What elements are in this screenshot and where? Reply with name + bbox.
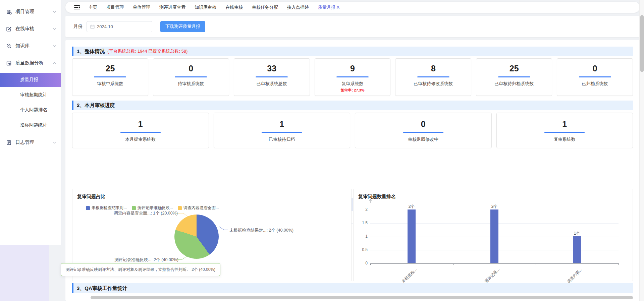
pie-legend: 未根据检查结果对... 测评记录准确反映... 调查内容是否全面... <box>86 205 219 211</box>
sidebar-item-label: 日志管理 <box>15 139 53 145</box>
search-book-icon <box>6 43 12 49</box>
y-tick: 2 <box>354 207 368 212</box>
bar-value-label: 1个 <box>567 231 587 236</box>
section-title: 1、整体情况 <box>77 48 105 55</box>
stat-card-month-re-review: 1 复审系统数 <box>496 113 633 148</box>
tab-progress-view[interactable]: 测评进度查看 <box>159 4 185 10</box>
sidebar-submenu-quality-data: 质量月报 审核超期统计 个人问题排名 指标问题统计 <box>0 73 61 132</box>
section-title: 2、本月审核进度 <box>77 102 115 109</box>
section-header-monthly: 2、本月审核进度 <box>72 101 633 110</box>
section-subtitle: (平台系统总数: 1944 已提交系统总数: 58) <box>107 48 187 54</box>
tab-task-assignment[interactable]: 审核任务分配 <box>252 4 278 10</box>
sidebar-bottom-decoration <box>0 245 49 301</box>
sidebar-subitem-quality-monthly-report[interactable]: 质量月报 <box>0 73 61 87</box>
section-header-overall: 1、整体情况 (平台系统总数: 1944 已提交系统总数: 58) <box>72 47 633 56</box>
legend-swatch <box>86 206 90 210</box>
sidebar-item-quality-data-analysis[interactable]: 质量数据分析 <box>0 57 61 69</box>
y-tick: 1.5 <box>354 221 368 225</box>
sidebar-item-label: 项目管理 <box>15 9 53 15</box>
sidebar: 项目管理 在线审核 知识库 质量数据分析 质量月报 审核超期统计 <box>0 0 61 245</box>
bar <box>490 209 498 263</box>
y-tick: 0 <box>354 261 368 265</box>
tab-unit-management[interactable]: 单位管理 <box>133 4 150 10</box>
y-tick: 0.5 <box>354 247 368 252</box>
collapse-menu-icon[interactable] <box>74 5 80 9</box>
y-tick: 1 <box>354 234 368 239</box>
x-category-label: 调查内容... <box>566 267 584 285</box>
log-book-icon <box>6 139 12 145</box>
legend-item[interactable]: 测评记录准确反映... <box>132 205 173 211</box>
x-axis-tick <box>536 263 536 265</box>
x-axis-tick <box>619 263 619 265</box>
chevron-down-icon <box>53 11 56 13</box>
tab-home[interactable]: 主页 <box>89 4 97 10</box>
legend-item[interactable]: 调查内容是否全面... <box>178 205 219 211</box>
sidebar-item-label: 质量数据分析 <box>15 60 53 66</box>
tab-project-management[interactable]: 项目管理 <box>106 4 124 10</box>
stat-card-reviewing: 25 审核中系统数 <box>72 58 148 96</box>
month-picker-input[interactable]: 2024-10 <box>87 21 152 32</box>
download-report-button[interactable]: 下载测评质量月报 <box>160 21 205 32</box>
bar <box>408 209 416 263</box>
sidebar-item-knowledge-base[interactable]: 知识库 <box>0 40 61 52</box>
chevron-down-icon <box>53 45 56 47</box>
sidebar-item-log-management[interactable]: 日志管理 <box>0 137 61 148</box>
sidebar-item-label: 在线审核 <box>15 26 53 32</box>
sidebar-item-project-management[interactable]: 项目管理 <box>0 6 61 17</box>
stat-card-month-to-archive: 1 已审核待归档 <box>214 113 351 148</box>
filter-bar: 月份 2024-10 下载测评质量月报 <box>65 16 640 37</box>
stat-card-month-submitted: 1 本月提审系统数 <box>72 113 209 148</box>
x-axis-tick <box>370 263 371 265</box>
pie-chart <box>174 215 219 259</box>
stat-card-re-review: 9 复审系统数 复审率: 27.3% <box>315 58 391 96</box>
sidebar-subitem-overdue-stats[interactable]: 审核超期统计 <box>0 88 61 102</box>
sidebar-item-label: 知识库 <box>15 43 53 49</box>
x-category-label: 测评记录... <box>483 267 501 285</box>
x-axis-line <box>370 263 619 264</box>
stat-card-to-archive: 25 已审核待归档系统数 <box>476 58 552 96</box>
bank-icon <box>6 9 12 15</box>
tab-access-point[interactable]: 接入点描述 <box>287 4 309 10</box>
calendar-icon <box>90 24 95 29</box>
pie-tooltip: 测评记录准确反映测评方法、测评对象及测评结果，支持符合性判断。 2个 (40.0… <box>61 263 220 276</box>
tab-online-review[interactable]: 在线审核 <box>225 4 243 10</box>
month-label: 月份 <box>73 23 83 29</box>
bar-chart-panel: 复审问题数量排名 2 1.5 1 0.5 0 2个 2个 1个 未根据检... <box>353 189 633 281</box>
screen: 项目管理 在线审核 知识库 质量数据分析 质量月报 审核超期统计 <box>0 0 644 301</box>
report-panel: 1、整体情况 (平台系统总数: 1944 已提交系统总数: 58) 25 审核中… <box>65 40 640 301</box>
sidebar-item-online-review[interactable]: 在线审核 <box>0 23 61 35</box>
stat-card-pending: 0 待审核系统数 <box>153 58 229 96</box>
pie-chart-title: 复审问题占比 <box>77 194 105 200</box>
stat-card-reviewed-total: 33 已审核系统总数 <box>234 58 310 96</box>
pie-label-slice-yellow: 调查内容是否全面...: 1个 (20.00%) <box>114 210 174 216</box>
tab-knowledge-review[interactable]: 知识库审核 <box>195 4 216 10</box>
stat-card-month-returned: 0 审核退回修改中 <box>355 113 492 148</box>
bar <box>573 236 581 263</box>
chevron-up-icon <box>53 62 56 64</box>
x-axis-tick <box>453 263 453 265</box>
bar-chart-title: 复审问题数量排名 <box>358 194 396 200</box>
overall-stat-cards: 25 审核中系统数 0 待审核系统数 33 已审核系统总数 9 复审系统数 复审… <box>72 58 633 96</box>
monthly-stat-cards: 1 本月提审系统数 1 已审核待归档 0 审核退回修改中 1 复审系统数 <box>72 113 633 148</box>
horizontal-scrollbar-thumb[interactable] <box>91 296 633 299</box>
chevron-down-icon <box>53 141 56 144</box>
month-value: 2024-10 <box>97 24 113 29</box>
sidebar-subitem-personal-issue-ranking[interactable]: 个人问题排名 <box>0 103 61 117</box>
x-category-label: 未根据检... <box>400 267 418 285</box>
sidebar-subitem-indicator-issue-stats[interactable]: 指标问题统计 <box>0 118 61 132</box>
vertical-scrollbar-thumb[interactable] <box>640 15 644 72</box>
top-tab-bar: 主页 项目管理 单位管理 测评进度查看 知识库审核 在线审核 审核任务分配 接入… <box>65 2 640 13</box>
chevron-down-icon <box>53 28 56 30</box>
legend-swatch <box>178 206 182 210</box>
y-axis-arrow-icon <box>368 198 372 205</box>
chart-doc-icon <box>6 60 12 66</box>
bar-value-label: 2个 <box>484 204 504 209</box>
bar-value-label: 2个 <box>401 204 422 209</box>
section-header-qa-workload: 3、QA审核工作量统计 <box>72 283 633 293</box>
legend-swatch <box>132 206 136 210</box>
stat-card-to-modify: 8 已审核待修改系统数 <box>395 58 471 96</box>
vertical-scrollbar-track[interactable] <box>639 0 644 301</box>
tab-quality-monthly-active[interactable]: 质量月报 X <box>318 4 339 10</box>
section-title: 3、QA审核工作量统计 <box>77 285 127 292</box>
legend-item[interactable]: 未根据检查结果对... <box>86 205 127 211</box>
